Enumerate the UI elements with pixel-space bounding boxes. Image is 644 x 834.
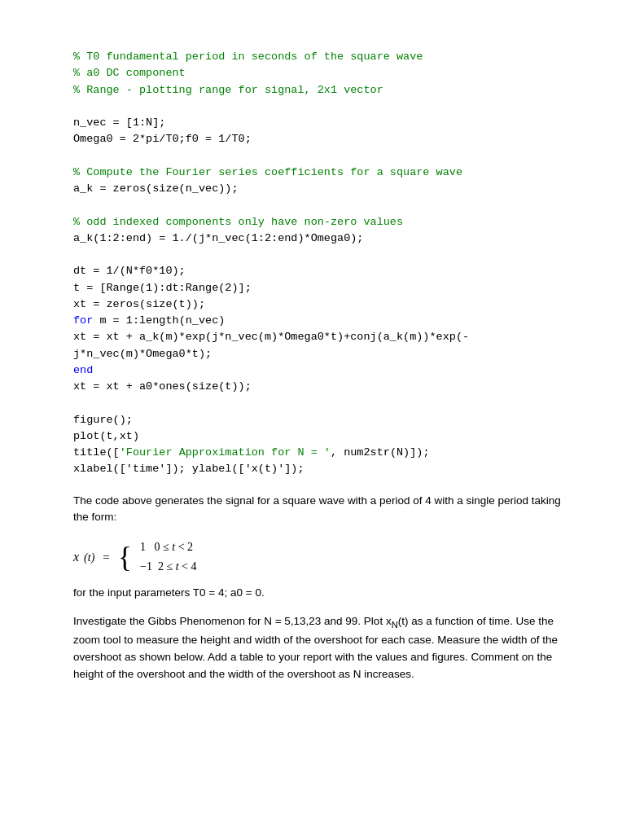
page-content: % T0 fundamental period in seconds of th… xyxy=(73,49,571,683)
math-case2: −1 2 ≤ t < 4 xyxy=(140,557,206,577)
code-line-ak-odd: a_k(1:2:end) = 1./(j*n_vec(1:2:end)*Omeg… xyxy=(73,230,571,247)
code-line-nvec: n_vec = [1:N]; xyxy=(73,115,571,131)
gibbs-text: Investigate the Gibbs Phenomenon for N =… xyxy=(73,613,571,683)
math-cases: 1 0 ≤ t < 2 −1 2 ≤ t < 4 xyxy=(140,538,206,577)
code-line-for: for m = 1:length(n_vec) xyxy=(73,313,571,329)
code-comment-line1: % T0 fundamental period in seconds of th… xyxy=(73,49,571,65)
code-line-xlabel: xlabel(['time']); ylabel(['x(t)']); xyxy=(73,461,571,477)
code-line-figure: figure(); xyxy=(73,412,571,428)
code-line-t: t = [Range(1):dt:Range(2)]; xyxy=(73,280,571,296)
code-line-plot: plot(t,xt) xyxy=(73,428,571,445)
description-text: The code above generates the signal for … xyxy=(73,493,571,527)
code-block: % T0 fundamental period in seconds of th… xyxy=(73,49,571,478)
code-line-ak: a_k = zeros(size(n_vec)); xyxy=(73,181,571,197)
code-comment2: % Compute the Fourier series coefficient… xyxy=(73,165,571,181)
code-line-xt-a0: xt = xt + a0*ones(size(t)); xyxy=(73,379,571,395)
params-text: for the input parameters T0 = 4; a0 = 0. xyxy=(73,585,571,602)
code-line-omega: Omega0 = 2*pi/T0;f0 = 1/T0; xyxy=(73,131,571,147)
math-formula: x (t) = { 1 0 ≤ t < 2 −1 2 ≤ t < 4 xyxy=(73,538,571,577)
code-line-title: title(['Fourier Approximation for N = ',… xyxy=(73,445,571,461)
code-line-for-body: xt = xt + a_k(m)*exp(j*n_vec(m)*Omega0*t… xyxy=(73,329,571,362)
math-case1: 1 0 ≤ t < 2 xyxy=(140,538,206,557)
code-comment-line3: % Range - plotting range for signal, 2x1… xyxy=(73,82,571,99)
code-line-xt-zeros: xt = zeros(size(t)); xyxy=(73,296,571,313)
code-comment-line2: % a0 DC component xyxy=(73,65,571,81)
code-comment3: % odd indexed components only have non-z… xyxy=(73,214,571,230)
code-line-end: end xyxy=(73,362,571,379)
code-line-dt: dt = 1/(N*f0*10); xyxy=(73,263,571,279)
